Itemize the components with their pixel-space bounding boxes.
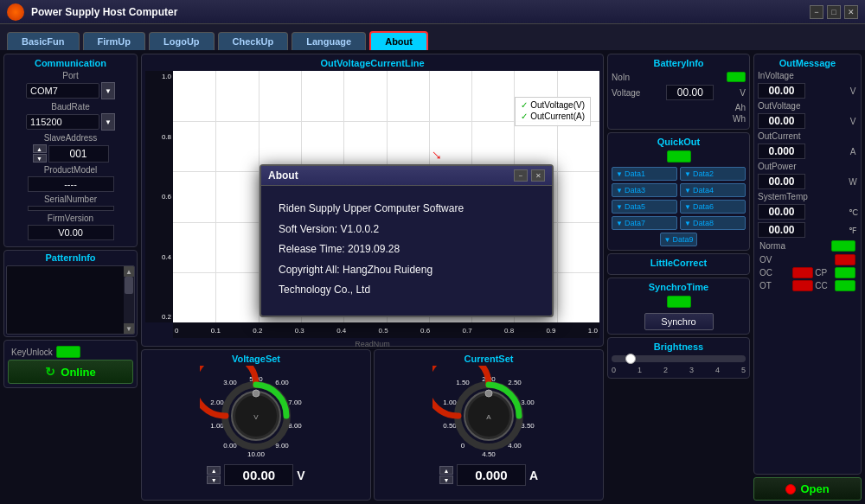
key-unlock-row: KeyUnlock <box>8 344 133 360</box>
oc-cp-row: OC CP <box>758 267 857 278</box>
involtage-val-row: 00.00 V <box>758 83 857 99</box>
about-minimize-button[interactable]: − <box>514 169 528 182</box>
svg-text:4.50: 4.50 <box>482 450 496 458</box>
svg-text:A: A <box>486 413 491 421</box>
x-label-10: 1.0 <box>588 327 598 335</box>
about-titlebar: About − ✕ <box>261 166 552 186</box>
svg-text:3.00: 3.00 <box>521 399 535 406</box>
brightness-title: Brightness <box>612 341 746 352</box>
port-select[interactable]: COM7 <box>26 83 99 99</box>
ov-row: OV <box>758 254 857 265</box>
tab-language[interactable]: Language <box>292 32 366 50</box>
data9-button[interactable]: ▼ Data9 <box>660 233 698 246</box>
outvoltage-val-row: 00.00 V <box>758 113 857 129</box>
tab-basicfun[interactable]: BasicFun <box>7 32 80 50</box>
current-spinners: ▲ ▼ <box>439 466 453 484</box>
data6-button[interactable]: ▼Data6 <box>680 200 746 214</box>
outcurrent-label: OutCurrent <box>758 131 800 141</box>
current-down-button[interactable]: ▼ <box>439 475 453 484</box>
minimize-button[interactable]: − <box>810 5 823 19</box>
about-line3: Release Time: 2019.09.28 <box>279 240 535 259</box>
slave-label: SlaveAddress <box>8 133 133 143</box>
about-close-button[interactable]: ✕ <box>531 169 545 182</box>
scroll-track <box>124 277 134 323</box>
cc-label: CC <box>815 281 832 290</box>
current-knob-svg[interactable]: 2.00 2.50 3.00 3.50 4.00 4.50 0 0.50 1.0… <box>432 366 545 461</box>
voltage-row-label: Voltage <box>612 88 640 98</box>
current-value[interactable]: 0.000 <box>457 464 526 486</box>
baud-select[interactable]: 115200 <box>26 114 99 130</box>
slave-value[interactable]: 001 <box>48 145 109 163</box>
x-label-3: 0.3 <box>295 327 304 335</box>
current-up-button[interactable]: ▲ <box>439 466 453 475</box>
y-label-4: 0.8 <box>162 133 171 141</box>
about-softver-label: Soft Version: <box>279 223 337 235</box>
tab-about[interactable]: About <box>369 31 428 50</box>
systemp-fahrenheit: 00.00 <box>758 222 805 238</box>
quickout-panel: QuickOut ▼Data1 ▼Data2 ▼Data3 ▼Data4 ▼Da… <box>607 132 750 251</box>
data1-arrow-icon: ▼ <box>616 170 623 178</box>
brightness-panel: Brightness 0 1 2 3 4 5 <box>607 337 750 379</box>
tab-firmup[interactable]: FirmUp <box>83 32 146 50</box>
chart-legend: ✓ OutVoltage(V) ✓ OutCurrent(A) <box>515 97 591 126</box>
serial-label: SerialNumber <box>8 195 133 204</box>
voltage-down-button[interactable]: ▼ <box>207 475 221 484</box>
open-dot-icon <box>785 484 796 494</box>
tab-checkup[interactable]: CheckUp <box>218 32 289 50</box>
communication-title: Communication <box>8 58 133 68</box>
about-line5: Technology Co., Ltd <box>279 281 535 300</box>
tab-logoup[interactable]: LogoUp <box>149 32 215 50</box>
slave-down-button[interactable]: ▼ <box>33 154 47 163</box>
baud-dropdown-arrow[interactable]: ▼ <box>101 113 115 131</box>
maximize-button[interactable]: □ <box>827 5 841 19</box>
x-label-9: 0.9 <box>546 327 555 335</box>
data9-arrow-icon: ▼ <box>664 236 671 244</box>
data4-button[interactable]: ▼Data4 <box>680 183 746 197</box>
tabbar: BasicFun FirmUp LogoUp CheckUp Language … <box>0 24 865 50</box>
svg-text:3.50: 3.50 <box>521 422 535 430</box>
data9-label: Data9 <box>672 235 693 244</box>
open-button[interactable]: Open <box>753 477 862 501</box>
scroll-down-arrow[interactable]: ▼ <box>124 323 134 334</box>
svg-text:0: 0 <box>461 442 465 450</box>
outcurrent-unit: A <box>849 147 857 156</box>
data5-button[interactable]: ▼Data5 <box>612 200 677 214</box>
key-unlock-led <box>56 346 80 358</box>
svg-text:7.00: 7.00 <box>288 399 302 406</box>
about-release-label: Release Time: <box>279 243 345 255</box>
voltage-title: VoltageSet <box>232 354 280 364</box>
current-bottom: ▲ ▼ 0.000 A <box>439 464 538 486</box>
data9-row: ▼ Data9 <box>612 233 746 246</box>
outvoltage-unit: V <box>849 117 857 126</box>
port-row: COM7 ▼ <box>8 82 133 99</box>
port-dropdown-arrow[interactable]: ▼ <box>101 82 115 99</box>
wh-unit: Wh <box>612 114 746 124</box>
cp-led <box>835 267 855 278</box>
close-button[interactable]: ✕ <box>844 5 858 19</box>
synchro-button[interactable]: Synchro <box>644 313 714 330</box>
data8-button[interactable]: ▼Data8 <box>680 216 746 230</box>
outmessage-title: OutMessage <box>758 58 857 68</box>
svg-text:V: V <box>253 413 259 421</box>
brightness-slider[interactable] <box>612 355 746 362</box>
outvoltage-value: 00.00 <box>758 113 805 129</box>
noin-row: NoIn <box>612 72 746 82</box>
x-label-1: 0.1 <box>211 327 221 335</box>
data7-button[interactable]: ▼Data7 <box>612 216 677 230</box>
voltage-knob-svg[interactable]: 5.00 6.00 7.00 8.00 9.00 10.00 0.00 1.00… <box>200 366 312 461</box>
slave-up-button[interactable]: ▲ <box>33 144 47 153</box>
left-panel: Communication Port COM7 ▼ BaudRate 11520… <box>3 54 138 501</box>
scroll-up-arrow[interactable]: ▲ <box>124 266 134 277</box>
data2-button[interactable]: ▼Data2 <box>680 167 746 181</box>
voltage-up-button[interactable]: ▲ <box>207 466 221 475</box>
data1-button[interactable]: ▼Data1 <box>612 167 677 181</box>
product-value: ---- <box>28 176 114 192</box>
outcurrent-val-row: 0.000 A <box>758 144 857 159</box>
voltage-value[interactable]: 00.00 <box>224 464 293 486</box>
firm-value: V0.00 <box>28 225 114 240</box>
outpower-label-row: OutPower <box>758 162 857 171</box>
win-controls: − □ ✕ <box>810 5 858 19</box>
online-button[interactable]: ↻ Online <box>8 360 133 384</box>
data3-button[interactable]: ▼Data3 <box>612 183 677 197</box>
ov-led <box>835 254 855 265</box>
